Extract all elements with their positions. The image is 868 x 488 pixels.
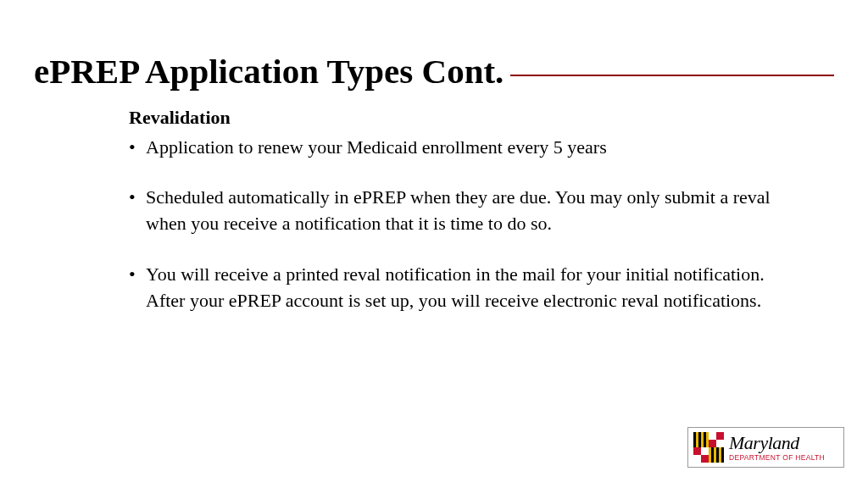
list-item: Application to renew your Medicaid enrol… bbox=[129, 134, 783, 160]
list-item: Scheduled automatically in ePREP when th… bbox=[129, 184, 783, 236]
list-item: You will receive a printed reval notific… bbox=[129, 261, 783, 313]
slide-title: ePREP Application Types Cont. bbox=[34, 51, 504, 92]
maryland-health-logo: Maryland DEPARTMENT OF HEALTH bbox=[687, 427, 844, 468]
content-area: Revalidation Application to renew your M… bbox=[34, 107, 834, 313]
slide: ePREP Application Types Cont. Revalidati… bbox=[0, 0, 868, 488]
logo-main-text: Maryland bbox=[729, 434, 825, 452]
title-divider-line bbox=[510, 75, 834, 76]
bullet-list: Application to renew your Medicaid enrol… bbox=[129, 134, 783, 313]
logo-sub-text: DEPARTMENT OF HEALTH bbox=[729, 454, 825, 462]
logo-text: Maryland DEPARTMENT OF HEALTH bbox=[729, 434, 825, 462]
title-row: ePREP Application Types Cont. bbox=[34, 51, 834, 92]
section-subtitle: Revalidation bbox=[129, 107, 783, 129]
maryland-flag-icon bbox=[693, 432, 724, 463]
